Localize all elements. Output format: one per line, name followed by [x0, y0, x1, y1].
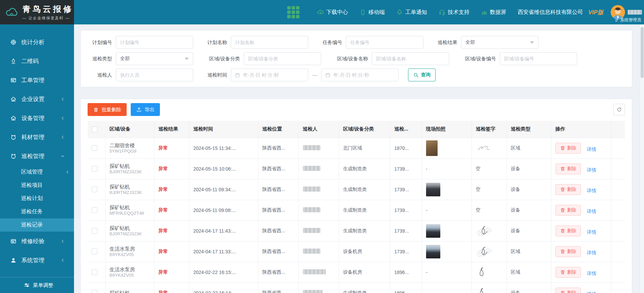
sidebar-item-area-mgmt[interactable]: 区域管理 — [0, 165, 74, 179]
device-name: 探矿钻机 — [110, 163, 150, 169]
sidebar-item-qrcode[interactable]: 二维码 — [0, 52, 74, 71]
records-table: 区域/设备巡检结果巡检时间巡检位置巡检人区域/设备分类巡检...现场拍照巡检签字… — [88, 121, 625, 293]
refresh-icon — [616, 106, 622, 113]
sidebar-item-consumable[interactable]: 耗材管理 — [0, 128, 74, 146]
filter-select[interactable]: 全部 — [116, 52, 193, 65]
inspector-input[interactable] — [116, 69, 193, 81]
inspection-result: 异常 — [154, 282, 189, 293]
end-time-field[interactable] — [333, 72, 395, 78]
select-all-checkbox[interactable] — [92, 126, 97, 132]
site-photo-thumbnail[interactable] — [426, 140, 438, 156]
inspection-result: 异常 — [154, 179, 189, 200]
inspector-name-redacted — [303, 249, 320, 254]
delete-button[interactable]: 删除 — [555, 205, 581, 216]
sidebar-item-inspection-plan[interactable]: 巡检计划 — [0, 192, 74, 205]
filter-input[interactable] — [244, 52, 321, 65]
device-code: BJ0RTMZJ323K — [110, 190, 150, 195]
search-button[interactable]: 查询 — [408, 69, 436, 81]
detail-link[interactable]: 详情 — [587, 209, 596, 214]
nav-data-screen[interactable]: 数据屏 — [481, 9, 506, 16]
inspection-type: 设备 — [507, 179, 551, 200]
device-name: 生活水泵房 — [110, 246, 150, 252]
page-scrollbar[interactable] — [640, 24, 644, 293]
apps-grid-icon[interactable] — [287, 6, 299, 18]
signature-image[interactable] — [476, 143, 502, 153]
delete-button[interactable]: 删除 — [555, 163, 581, 174]
sidebar-item-inspection-item[interactable]: 巡检项目 — [0, 179, 74, 192]
row-checkbox[interactable] — [92, 269, 97, 275]
device-code: BJ0RTMZJ323K — [110, 169, 150, 175]
device-name: 生活水泵房 — [110, 266, 150, 273]
row-checkbox[interactable] — [92, 228, 97, 234]
table-row: 生活水泵房B9YK4ZV05异常2024-04-17 11:33:...陕西省西… — [88, 241, 625, 262]
signature-image[interactable] — [476, 224, 502, 237]
nav-mobile[interactable]: 移动端 — [360, 9, 385, 16]
inspection-location: 陕西省西... — [258, 179, 298, 200]
row-checkbox[interactable] — [92, 166, 97, 172]
signature-image[interactable] — [476, 245, 502, 258]
sidebar-item-inspection[interactable]: 巡检管理 — [0, 146, 74, 165]
detail-link[interactable]: 详情 — [587, 167, 596, 173]
row-checkbox[interactable] — [92, 207, 97, 213]
detail-link[interactable]: 详情 — [587, 146, 596, 152]
inspection-number: 1870... — [390, 138, 422, 158]
sidebar-item-work-order[interactable]: 工单管理 — [0, 71, 74, 90]
detail-link[interactable]: 详情 — [587, 188, 596, 193]
row-checkbox[interactable] — [92, 187, 97, 192]
nav-tech-support[interactable]: 技术支持 — [439, 9, 470, 16]
filter-input[interactable] — [372, 52, 449, 65]
sidebar-item-stats[interactable]: 统计分析 — [0, 33, 74, 52]
row-checkbox[interactable] — [92, 145, 97, 151]
scrollbar-thumb[interactable] — [641, 27, 644, 78]
filter-input[interactable] — [116, 36, 193, 49]
delete-button[interactable]: 删除 — [555, 226, 581, 236]
sidebar-item-inspection-record[interactable]: 巡检记录 — [0, 218, 74, 232]
row-checkbox[interactable] — [92, 290, 97, 293]
site-photo-thumbnail[interactable] — [426, 183, 440, 196]
delete-button[interactable]: 删除 — [555, 246, 581, 257]
sidebar-item-enterprise[interactable]: 企业设置 — [0, 90, 74, 109]
refresh-button[interactable] — [613, 104, 625, 115]
export-button[interactable]: 导出 — [131, 103, 160, 116]
filter-select[interactable]: 全部 — [461, 36, 538, 49]
detail-link[interactable]: 详情 — [587, 250, 596, 255]
sidebar-item-menu-adjust[interactable]: 菜单调整 — [0, 277, 74, 293]
delete-button[interactable]: 删除 — [555, 184, 581, 195]
inspection-time: 2024-05-11 09:08:... — [189, 200, 258, 220]
signature-image[interactable] — [476, 287, 502, 293]
user-menu[interactable] — [628, 10, 644, 15]
delete-button[interactable]: 删除 — [555, 288, 581, 293]
site-photo-empty: - — [422, 262, 472, 282]
detail-link[interactable]: 详情 — [587, 271, 596, 276]
site-photo-thumbnail[interactable] — [426, 245, 440, 258]
delete-button[interactable]: 删除 — [555, 267, 581, 278]
batch-delete-button[interactable]: 批量删除 — [88, 103, 127, 116]
end-time-input[interactable] — [321, 69, 399, 81]
filter-label: 计划名称 — [202, 39, 227, 46]
vip-badge[interactable]: VIP版 — [588, 8, 603, 16]
sidebar-item-inspection-task[interactable]: 巡检任务 — [0, 205, 74, 218]
filter-input[interactable] — [346, 36, 423, 49]
table-header-row: 区域/设备巡检结果巡检时间巡检位置巡检人区域/设备分类巡检...现场拍照巡检签字… — [88, 121, 625, 138]
sidebar-item-device[interactable]: 设备管理 — [0, 109, 74, 128]
start-time-field[interactable] — [243, 72, 305, 78]
inspector-name-redacted — [303, 228, 320, 233]
inspection-type: 设备 — [507, 282, 551, 293]
app-logo[interactable]: 青鸟云报修 — 让企业维保更及时 — — [0, 0, 74, 24]
row-checkbox[interactable] — [92, 249, 97, 254]
nav-work-order-notice[interactable]: 工单通知 — [396, 9, 427, 16]
delete-button[interactable]: 删除 — [555, 143, 581, 154]
sidebar-item-label: 企业设置 — [21, 95, 44, 103]
sidebar-subitem-label: 巡检计划 — [21, 195, 43, 202]
filter-input[interactable] — [500, 52, 577, 65]
nav-download-center[interactable]: 下载中心 — [317, 9, 348, 16]
sidebar-item-system[interactable]: 系统管理 — [0, 251, 74, 270]
detail-link[interactable]: 详情 — [587, 229, 596, 235]
detail-link[interactable]: 详情 — [587, 291, 596, 293]
start-time-input[interactable] — [231, 69, 308, 81]
table-row: 探矿钻机BJ0RTMZJ323K异常2024-05-15 10:06:...陕西… — [88, 158, 625, 179]
signature-image[interactable] — [476, 266, 502, 278]
filter-input[interactable] — [231, 36, 308, 49]
site-photo-thumbnail[interactable] — [426, 224, 440, 238]
sidebar-item-repair-exp[interactable]: 维修经验 — [0, 232, 74, 251]
